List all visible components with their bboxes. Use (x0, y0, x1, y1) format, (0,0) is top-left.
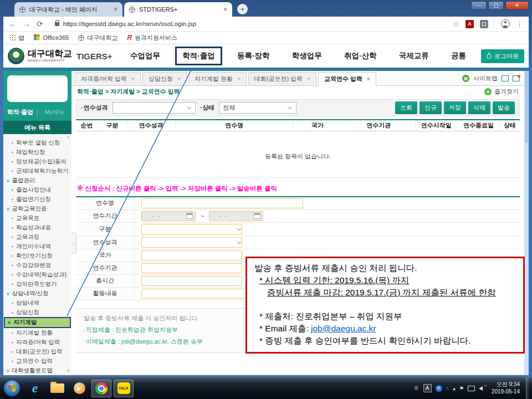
workspace-tab-1[interactable]: 상담신청× (142, 72, 187, 85)
refresh-icon[interactable]: ⟳ (37, 19, 43, 28)
workspace-tab-3[interactable]: 대회(공모전) 입력× (248, 72, 316, 85)
adobe-extension-icon[interactable]: A (466, 20, 474, 28)
browser-menu-icon[interactable]: ⋮ (516, 20, 523, 28)
extension-icon[interactable] (480, 20, 488, 28)
tray-expand-icon[interactable]: ▴ (453, 386, 456, 391)
grid-column-3[interactable]: 연수명 (176, 120, 293, 131)
form-input-training-organization[interactable] (141, 263, 242, 273)
bookmark-item-0[interactable]: 앱 (10, 34, 24, 42)
taskbar-clock[interactable]: 오전 9:34 2019-05-14 (492, 381, 520, 395)
nav-item-3[interactable]: 학생업무 (285, 47, 329, 65)
sidebar-item-1[interactable]: ▸재입학신청 (3, 147, 71, 157)
nav-item-0[interactable]: 수업업무 (123, 47, 167, 65)
panel-collapse-handle[interactable]: ‹ (71, 233, 76, 254)
training-type-select[interactable] (112, 102, 196, 114)
show-desktop-button[interactable] (526, 377, 529, 399)
sidebar-item-23[interactable]: ▸교외연수 입력 (3, 356, 71, 366)
favorite-control[interactable]: ★ 즐겨찾기 (484, 88, 519, 96)
nav-item-2[interactable]: 등록·장학 (230, 47, 277, 65)
help-tray-icon[interactable]: ? (436, 385, 442, 392)
form-input-training-name[interactable] (141, 198, 303, 208)
sidebar-item-18[interactable]: ▸상담신청 (3, 308, 71, 317)
sidebar-item-4[interactable]: ∨졸업관리 (3, 176, 71, 185)
grid-column-1[interactable]: 구분 (98, 120, 127, 131)
sidebar-tab-mymenu[interactable]: My메뉴 (37, 108, 71, 116)
form-select-training-type[interactable] (141, 237, 242, 248)
delete-button[interactable]: 삭제 (468, 101, 490, 114)
taskbar-ie-icon[interactable]: e (25, 380, 45, 397)
bookmark-star-icon[interactable]: ☆ (453, 20, 459, 28)
new-tab-button[interactable]: + (237, 4, 248, 14)
save-button[interactable]: 저장 (444, 101, 466, 114)
sidebar-item-24[interactable]: ∨대학생활로드맵 (3, 366, 71, 375)
form-input-total-hours[interactable] (141, 276, 242, 286)
sidebar-item-11[interactable]: ▸개인이수내역 (3, 242, 71, 251)
close-icon[interactable]: × (114, 6, 117, 13)
nav-item-4[interactable]: 취업·산학 (337, 47, 384, 65)
nav-item-6[interactable]: 공통 (444, 47, 473, 65)
close-window-button[interactable]: ✕ (505, 1, 529, 10)
sidebar-item-5[interactable]: ▸졸업사정안내 (3, 185, 71, 195)
workspace-tab-2[interactable]: 자기계발 현황× (188, 72, 247, 85)
nav-item-5[interactable]: 국제교류 (392, 47, 436, 65)
sidebar-item-21[interactable]: ▸자격증/어학 입력 (3, 337, 71, 347)
grid-column-5[interactable]: 연수기관 (342, 120, 416, 131)
close-icon[interactable]: × (131, 76, 135, 82)
scroll-up-icon[interactable]: ∧ (66, 135, 70, 140)
close-icon[interactable]: × (223, 6, 227, 13)
browser-tab-stdtigers[interactable]: STDTIGERS+ × (124, 2, 232, 17)
grid-column-0[interactable]: 순번 (76, 120, 98, 131)
grid-column-6[interactable]: 연수시작일 (416, 120, 458, 131)
email-link[interactable]: job@daegu.ac.kr (311, 324, 376, 333)
sidebar-item-12[interactable]: ▸확인/포기신청 (3, 251, 71, 260)
status-select[interactable]: 전체 (219, 102, 296, 114)
close-all-windows-icon[interactable] (513, 75, 520, 81)
sidebar-item-2[interactable]: ▸정보제공(수집)동의 (3, 157, 71, 166)
nav-item-1[interactable]: 학적·졸업 (175, 47, 222, 65)
muted-speaker-icon[interactable]: ✕ (479, 385, 487, 391)
tray-dots-icon[interactable]: ∴ (446, 386, 449, 391)
calendar-icon[interactable] (186, 213, 193, 219)
taskbar-mediaplayer-icon[interactable]: ▶ (69, 380, 89, 397)
forward-icon[interactable]: → (23, 19, 30, 28)
sidebar-item-self-development[interactable]: ∨자기계발 (4, 317, 71, 328)
bookmark-item-2[interactable]: 대구대학교 (78, 34, 117, 42)
maximize-button[interactable]: ▢ (488, 1, 504, 10)
workspace-tab-0[interactable]: 자격증/어학 입력× (75, 72, 141, 85)
sidebar-item-10[interactable]: ▸교육과정 (3, 232, 71, 242)
university-logo[interactable]: 대구대학교 DAEGU UNIVERSITY TIGERS+ (8, 48, 117, 64)
form-select-category[interactable] (141, 224, 242, 234)
sidebar-tab-academic[interactable]: 학적·졸업 (3, 108, 37, 116)
sidebar-item-6[interactable]: ▸졸업연기신청 (3, 195, 71, 204)
workspace-tab-4[interactable]: 교외연수 입력× (318, 72, 376, 85)
form-input-activity-detail[interactable] (141, 289, 255, 299)
bookmark-item-3[interactable]: R원격지원서비스 (127, 34, 177, 42)
taskbar-kakaotalk-icon[interactable]: TALK (114, 380, 134, 397)
open-window-icon[interactable] (502, 75, 509, 81)
sidebar-item-9[interactable]: ▸학습성과내용 (3, 223, 71, 232)
taskbar-chrome-icon[interactable] (91, 380, 111, 397)
calendar-icon[interactable] (254, 213, 260, 219)
close-icon[interactable]: × (177, 76, 181, 82)
sidebar-item-13[interactable]: ▸수강강좌변경 (3, 260, 71, 270)
network-icon[interactable] (468, 386, 475, 391)
sidebar-item-20[interactable]: ▸자기계발 현황 (3, 328, 71, 337)
sidebar-item-22[interactable]: ▸대회(공모전) 입력 (3, 347, 71, 356)
sidebar-item-14[interactable]: ▸수강내역(학습성과) (3, 270, 71, 279)
new-button[interactable]: 신규 (420, 101, 442, 114)
ime-hangul-indicator[interactable]: ㅎ (413, 384, 420, 392)
flag-icon[interactable]: ⚑ (459, 386, 464, 391)
sitemap-label[interactable]: 사이트맵 (473, 74, 498, 83)
sidebar-item-16[interactable]: ∨상담내역/신청 (3, 289, 71, 298)
sidebar-item-17[interactable]: ▸상담내역 (3, 298, 71, 308)
grid-column-7[interactable]: 연수종료일 (458, 120, 500, 131)
ime-alpha-indicator[interactable]: A (423, 384, 432, 392)
minimize-button[interactable]: — (471, 1, 487, 10)
logout-button[interactable]: 로그아웃 (481, 49, 524, 63)
bookmark-item-1[interactable]: Office365 (34, 34, 69, 41)
browser-tab-daegu-main[interactable]: 대구대학교 - 메인 페이지 × (14, 2, 122, 17)
scrollbar-thumb[interactable] (525, 71, 528, 143)
taskbar-explorer-icon[interactable] (47, 380, 67, 397)
close-icon[interactable]: × (237, 76, 241, 82)
form-date-start[interactable]: - - (141, 211, 196, 221)
